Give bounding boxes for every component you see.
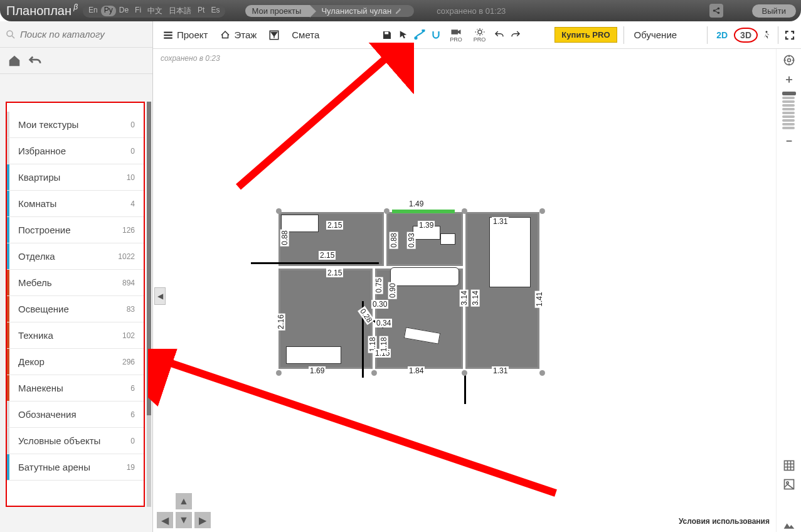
svg-point-13 xyxy=(787,59,790,62)
category-item[interactable]: Техника102 xyxy=(7,322,144,349)
zoom-out-icon[interactable]: － xyxy=(782,133,797,148)
dim-label: 1.39 xyxy=(418,221,435,230)
nav-row xyxy=(0,48,152,74)
svg-point-9 xyxy=(766,31,768,33)
floor-menu[interactable]: Этаж xyxy=(215,26,260,44)
magnet-tool-icon[interactable] xyxy=(430,29,442,41)
category-item[interactable]: Отделка1022 xyxy=(7,243,144,270)
center-icon[interactable] xyxy=(782,53,797,68)
dim-label: 2.16 xyxy=(277,313,285,330)
catalog-category-list: Мои текстуры0Избранное0Квартиры10Комнаты… xyxy=(6,102,145,507)
dim-label: 0.34 xyxy=(375,319,392,327)
dim-label: 0.75 xyxy=(374,277,383,294)
category-item[interactable]: Условные объекты0 xyxy=(7,428,144,454)
search-icon xyxy=(5,29,16,40)
hamburger-icon xyxy=(162,29,174,41)
scrollbar-thumb[interactable] xyxy=(147,102,151,415)
nav-up[interactable]: ▲ xyxy=(176,493,192,509)
dim-label: 2.15 xyxy=(319,251,336,260)
category-item[interactable]: Мои текстуры0 xyxy=(7,112,144,138)
walk-icon[interactable] xyxy=(760,29,773,41)
tab-2d[interactable]: 2D xyxy=(713,28,731,43)
share-icon[interactable] xyxy=(709,4,723,18)
filter-menu[interactable] xyxy=(264,26,284,44)
dim-label: 0.88 xyxy=(280,229,289,246)
dim-label: 1.31 xyxy=(492,366,509,375)
lang-日本語[interactable]: 日本語 xyxy=(166,6,194,16)
lang-中文[interactable]: 中文 xyxy=(144,6,166,16)
undo-nav-icon[interactable] xyxy=(28,54,41,68)
lang-De[interactable]: De xyxy=(116,6,132,16)
left-panel: Мои текстуры0Избранное0Квартиры10Комнаты… xyxy=(0,21,153,532)
learning-button[interactable]: Обучение xyxy=(630,27,681,43)
breadcrumb: Мои проекты Чуланистый чулан xyxy=(245,5,414,17)
dim-label: 1.18 xyxy=(379,336,388,353)
dim-label: 0.30 xyxy=(371,300,388,309)
dim-label: 3.14 xyxy=(460,289,469,306)
curve-tool-icon[interactable] xyxy=(413,29,426,41)
floor-plan[interactable]: 1.49 2.15 2.15 2.15 0.88 1.39 0.88 0.93 … xyxy=(270,201,546,380)
exit-button[interactable]: Выйти xyxy=(752,4,797,18)
category-item[interactable]: Избранное0 xyxy=(7,138,144,164)
grid-icon[interactable] xyxy=(782,458,797,473)
dim-label: 1.84 xyxy=(408,366,425,375)
lang-Es[interactable]: Es xyxy=(208,6,223,16)
nav-right[interactable]: ▶ xyxy=(194,512,211,528)
nav-arrows: ▲ ◀ ▼ ▶ xyxy=(157,493,211,528)
zoom-slider[interactable] xyxy=(782,92,796,129)
breadcrumb-my-projects[interactable]: Мои проекты xyxy=(245,5,310,17)
category-item[interactable]: Декор296 xyxy=(7,349,144,375)
main-toolbar: Проект Этаж Смета PRO PRO Купить PRO Обу… xyxy=(153,21,801,49)
svg-rect-7 xyxy=(452,29,459,35)
search-row xyxy=(0,21,152,48)
svg-point-8 xyxy=(478,30,482,34)
home-icon[interactable] xyxy=(8,54,21,68)
undo-icon[interactable] xyxy=(493,29,506,41)
catalog-scrollbar[interactable] xyxy=(147,102,151,507)
dim-label: 2.15 xyxy=(326,221,343,230)
category-item[interactable]: Батутные арены19 xyxy=(7,454,144,481)
terms-link[interactable]: Условия использования xyxy=(679,517,770,526)
pencil-icon[interactable] xyxy=(395,7,403,14)
category-item[interactable]: Обозначения6 xyxy=(7,402,144,428)
svg-rect-4 xyxy=(385,31,389,34)
zoom-in-icon[interactable]: ＋ xyxy=(782,72,797,87)
buy-pro-button[interactable]: Купить PRO xyxy=(554,27,617,43)
category-item[interactable]: Освещение83 xyxy=(7,296,144,322)
right-rail: ＋ － xyxy=(776,49,801,532)
fullscreen-icon[interactable] xyxy=(783,29,796,41)
estimate-menu[interactable]: Смета xyxy=(288,27,323,43)
svg-point-10 xyxy=(7,31,13,36)
svg-point-5 xyxy=(415,37,417,39)
nav-left[interactable]: ◀ xyxy=(157,512,173,528)
save-icon[interactable] xyxy=(381,29,393,41)
dim-label: 3.14 xyxy=(471,289,480,306)
dim-label: 1.69 xyxy=(309,366,326,375)
pointer-tool-icon[interactable] xyxy=(397,29,410,41)
lang-Ру[interactable]: Ру xyxy=(101,6,116,16)
dim-label: 2.15 xyxy=(326,269,343,277)
lang-Pt[interactable]: Pt xyxy=(194,6,208,16)
image-icon[interactable] xyxy=(782,477,797,492)
category-item[interactable]: Построение126 xyxy=(7,217,144,243)
camera-pro-button[interactable]: PRO xyxy=(446,25,466,45)
lang-En[interactable]: En xyxy=(85,6,101,16)
language-picker: EnРуDeFi中文日本語PtEs xyxy=(83,4,225,18)
landscape-icon[interactable] xyxy=(782,517,797,532)
canvas-saved-status: сохранено в 0:23 xyxy=(161,54,220,63)
category-item[interactable]: Мебель894 xyxy=(7,270,144,296)
breadcrumb-project[interactable]: Чуланистый чулан xyxy=(310,5,414,17)
nav-down[interactable]: ▼ xyxy=(176,512,192,528)
lang-Fi[interactable]: Fi xyxy=(132,6,144,16)
category-item[interactable]: Квартиры10 xyxy=(7,164,144,191)
dim-label: 0.88 xyxy=(390,231,398,248)
collapse-left-panel[interactable]: ◀ xyxy=(154,287,166,305)
redo-icon[interactable] xyxy=(509,29,522,41)
tab-3d[interactable]: 3D xyxy=(734,28,758,43)
catalog-search-input[interactable] xyxy=(16,29,147,40)
category-item[interactable]: Комнаты4 xyxy=(7,191,144,217)
dim-label: 0.93 xyxy=(407,231,416,248)
project-menu[interactable]: Проект xyxy=(158,26,211,44)
category-item[interactable]: Манекены6 xyxy=(7,375,144,402)
light-pro-button[interactable]: PRO xyxy=(470,25,490,45)
